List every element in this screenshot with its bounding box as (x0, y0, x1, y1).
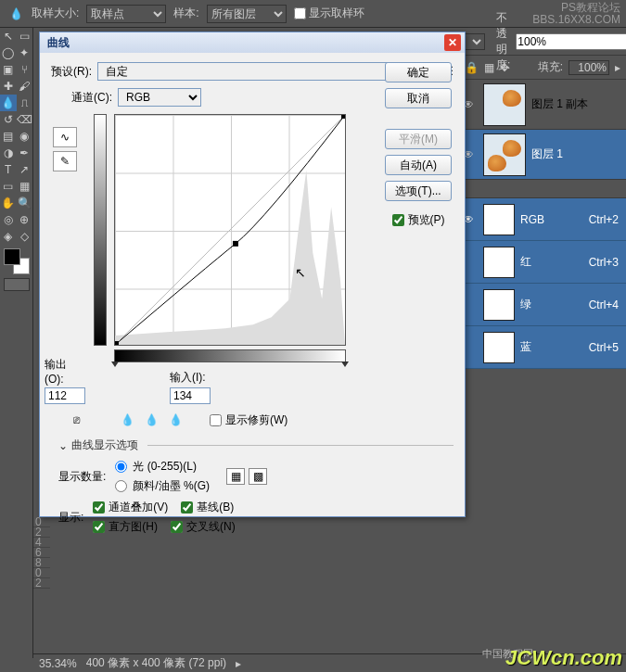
cursor-icon: ↖ (295, 265, 306, 280)
pen-tool[interactable]: ✒ (17, 145, 33, 161)
layers-header: 不透明度: ▸ (459, 28, 626, 56)
dialog-buttons: 确定 取消 平滑(M) 自动(A) 选项(T)... 预览(P) (383, 62, 454, 228)
channel-select[interactable]: RGB (118, 88, 201, 107)
color-swatch[interactable] (4, 248, 30, 274)
marquee-tool[interactable]: ▭ (17, 28, 33, 44)
dodge-tool[interactable]: ◑ (0, 145, 17, 161)
input-input[interactable] (170, 387, 211, 404)
blend-mode[interactable] (465, 33, 485, 50)
shape-tool[interactable]: ▭ (0, 178, 17, 195)
histogram-check[interactable]: 直方图(H) (93, 519, 158, 535)
quickmask[interactable] (4, 278, 30, 291)
channel-row[interactable]: 蓝Ctrl+5 (459, 326, 626, 369)
expand-display-options[interactable]: ⌄ 曲线显示选项 (58, 437, 454, 453)
zoom-tool[interactable]: 🔍 (17, 195, 33, 211)
lock-pix-icon[interactable]: ▦ (484, 61, 494, 74)
svg-rect-2 (115, 341, 119, 345)
history-brush[interactable]: ↺ (0, 111, 17, 128)
chevron-icon[interactable]: ▸ (615, 61, 620, 74)
stamp-tool[interactable]: ⎍ (17, 95, 33, 111)
svg-rect-1 (233, 241, 238, 247)
channel-row[interactable]: 绿Ctrl+4 (459, 284, 626, 326)
ch-overlay-check[interactable]: 通道叠加(V) (93, 500, 168, 515)
toolbox: ↖▭ ◯✦ ▣⑂ ✚🖌 💧⎍ ↺⌫ ▤◉ ◑✒ T↗ ▭▦ ✋🔍 ◎⊕ ◈◇ (0, 28, 33, 658)
jcw-watermark: JCWcn.com (505, 646, 622, 670)
chevron-icon: ⌄ (58, 439, 68, 452)
type-tool[interactable]: T (0, 161, 17, 178)
chevron-icon[interactable]: ▸ (236, 657, 241, 670)
layer-row[interactable]: 👁 图层 1 (459, 130, 626, 180)
preset-label: 预设(R): (51, 64, 92, 80)
path-tool[interactable]: ↗ (17, 161, 33, 178)
move-tool[interactable]: ↖ (0, 28, 17, 44)
lock-icon[interactable]: 🔒 (465, 61, 479, 74)
fill-input[interactable] (569, 60, 609, 75)
layer-thumb (483, 83, 526, 126)
eyedropper-tool[interactable]: 💧 (0, 95, 17, 111)
layer-thumb (483, 133, 526, 176)
lock-pos-icon[interactable]: ✥ (500, 61, 509, 74)
sample-select[interactable]: 所有图层 (207, 5, 287, 23)
qty-light-radio[interactable]: 光 (0-255)(L) (115, 459, 210, 475)
gradient-tool[interactable]: ▤ (0, 128, 17, 145)
ok-button[interactable]: 确定 (385, 62, 452, 82)
input-gradient (114, 349, 346, 362)
notes-tool[interactable]: ▦ (17, 178, 33, 195)
output-gradient (94, 114, 107, 346)
svg-rect-3 (341, 115, 345, 119)
auto-button[interactable]: 自动(A) (385, 155, 452, 175)
output-input[interactable] (45, 387, 85, 404)
show-clip-check[interactable]: 显示修剪(W) (210, 412, 287, 428)
curve-mode-btn[interactable]: ∿ (53, 127, 77, 147)
grid-coarse-btn[interactable]: ▦ (226, 468, 245, 485)
channel-label: 通道(C): (71, 90, 112, 106)
qty-ink-radio[interactable]: 颜料/油墨 %(G) (115, 478, 210, 494)
cancel-button[interactable]: 取消 (385, 88, 452, 108)
brush-tool[interactable]: 🖌 (17, 78, 33, 95)
show-label: 显示: (58, 510, 83, 526)
qty-label: 显示数量: (58, 469, 106, 485)
blur-tool[interactable]: ◉ (17, 128, 33, 145)
svg-line-0 (115, 115, 345, 345)
black-point-eyedropper[interactable]: 💧 (119, 412, 135, 428)
preview-check[interactable]: 预览(P) (392, 212, 445, 228)
slice-tool[interactable]: ⑂ (17, 61, 33, 78)
right-panels: 不透明度: ▸ 🔒 ▦ ✥ 填充: ▸ 👁 图层 1 副本 👁 图层 1 👁RG… (459, 28, 626, 658)
wand-tool[interactable]: ✦ (17, 44, 33, 61)
baseline-check[interactable]: 基线(B) (181, 500, 234, 515)
show-ring-check[interactable]: 显示取样环 (294, 6, 364, 21)
options-button[interactable]: 选项(T)... (385, 181, 452, 201)
output-group: 输出(O): (45, 357, 85, 404)
sample-size-select[interactable]: 取样点 (86, 5, 166, 23)
curves-dialog: 曲线 ✕ 预设(R): 自定 ☰ 通道(C): RGB ∿ ✎ 输出(O): (39, 32, 466, 517)
crop-tool[interactable]: ▣ (0, 61, 17, 78)
input-label: 输入(I): (170, 370, 206, 386)
heal-tool[interactable]: ✚ (0, 78, 17, 95)
pencil-mode-btn[interactable]: ✎ (53, 151, 77, 171)
lasso-tool[interactable]: ◯ (0, 44, 17, 61)
opacity-input[interactable] (516, 33, 626, 50)
cross-check[interactable]: 交叉线(N) (171, 519, 236, 535)
3d-cam[interactable]: ◈ (0, 228, 17, 245)
grid-fine-btn[interactable]: ▩ (249, 468, 267, 485)
layer-row[interactable]: 👁 图层 1 副本 (459, 80, 626, 130)
close-icon[interactable]: ✕ (444, 34, 461, 51)
3d-cam2[interactable]: ◇ (17, 228, 33, 245)
channels-panel: 👁RGBCtrl+2 红Ctrl+3 绿Ctrl+4 蓝Ctrl+5 (459, 189, 626, 369)
zoom-level[interactable]: 35.34% (39, 657, 77, 670)
doc-info: 400 像素 x 400 像素 (72 ppi) (86, 655, 226, 671)
3d-pan[interactable]: ⊕ (17, 211, 33, 228)
channel-row[interactable]: 👁RGBCtrl+2 (459, 198, 626, 241)
hand-target-icon[interactable]: ⎚ (73, 413, 80, 426)
watermark: PS教程论坛BBS.16XX8.COM (532, 2, 620, 26)
smooth-button[interactable]: 平滑(M) (385, 129, 452, 149)
gray-point-eyedropper[interactable]: 💧 (143, 412, 160, 428)
eraser-tool[interactable]: ⌫ (17, 111, 33, 128)
hand-tool[interactable]: ✋ (0, 195, 17, 211)
dialog-titlebar[interactable]: 曲线 ✕ (40, 32, 465, 53)
curve-graph[interactable]: ↖ (114, 114, 346, 346)
channel-row[interactable]: 红Ctrl+3 (459, 241, 626, 284)
sample-size-label: 取样大小: (32, 6, 79, 21)
white-point-eyedropper[interactable]: 💧 (167, 412, 184, 428)
3d-rotate[interactable]: ◎ (0, 211, 17, 228)
